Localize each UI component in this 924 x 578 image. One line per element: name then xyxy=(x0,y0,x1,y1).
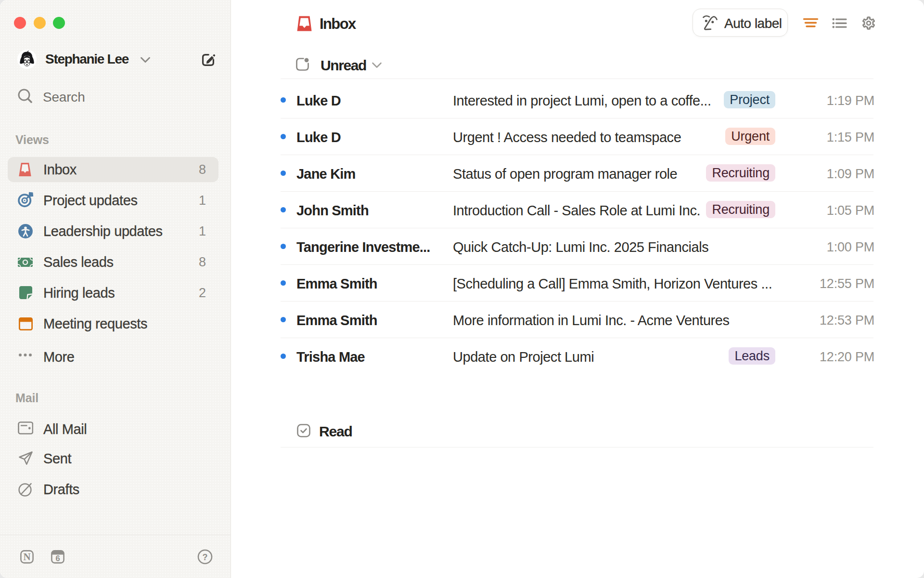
svg-text:6: 6 xyxy=(55,554,60,563)
svg-text:?: ? xyxy=(203,552,208,562)
svg-text:N: N xyxy=(23,551,30,563)
